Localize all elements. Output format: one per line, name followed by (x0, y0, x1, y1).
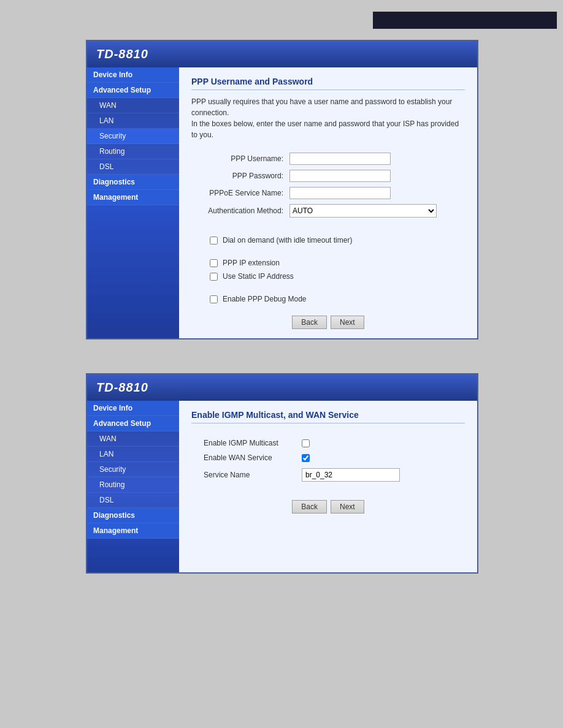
panel2-sidebar: Device Info Advanced Setup WAN LAN Secur… (87, 401, 179, 572)
panel1-sidebar: Device Info Advanced Setup WAN LAN Secur… (87, 67, 179, 338)
p2-sidebar-item-management[interactable]: Management (87, 523, 179, 539)
sidebar-item-advanced-setup[interactable]: Advanced Setup (87, 83, 179, 98)
static-ip-row: Use Static IP Address (210, 272, 465, 281)
ppp-debug-checkbox[interactable] (210, 295, 218, 303)
ppp-debug-row: Enable PPP Debug Mode (210, 295, 465, 303)
panel1-desc-line1: PPP usually requires that you have a use… (191, 97, 452, 117)
panel1-body: Device Info Advanced Setup WAN LAN Secur… (87, 67, 477, 338)
p2-sidebar-item-device-info[interactable]: Device Info (87, 401, 179, 416)
ppp-debug-label: Enable PPP Debug Mode (223, 295, 307, 303)
bottom-spacer (0, 589, 563, 638)
wan-service-label: Enable WAN Service (204, 453, 302, 462)
dial-demand-label: Dial on demand (with idle timeout timer) (223, 236, 352, 245)
panel1-description: PPP usually requires that you have a use… (191, 96, 465, 140)
p2-sidebar-item-routing[interactable]: Routing (87, 477, 179, 493)
panel1: TD-8810 Device Info Advanced Setup WAN L… (86, 40, 478, 339)
sidebar-item-device-info[interactable]: Device Info (87, 67, 179, 83)
service-name-label: Service Name (204, 471, 302, 479)
panel2-body: Device Info Advanced Setup WAN LAN Secur… (87, 401, 477, 572)
panel2-back-button[interactable]: Back (292, 500, 327, 514)
sidebar-item-dsl[interactable]: DSL (87, 159, 179, 175)
igmp-multicast-label: Enable IGMP Multicast (204, 439, 302, 447)
p2-sidebar-item-diagnostics[interactable]: Diagnostics (87, 508, 179, 523)
service-name-input[interactable] (302, 468, 400, 482)
igmp-multicast-row: Enable IGMP Multicast (204, 439, 465, 447)
p2-sidebar-item-lan[interactable]: LAN (87, 447, 179, 462)
panel2-next-button[interactable]: Next (331, 500, 364, 514)
p2-sidebar-item-advanced-setup[interactable]: Advanced Setup (87, 416, 179, 431)
sidebar-item-diagnostics[interactable]: Diagnostics (87, 175, 179, 190)
panel2: TD-8810 Device Info Advanced Setup WAN L… (86, 373, 478, 574)
wan-service-checkbox[interactable] (302, 454, 310, 462)
sidebar-item-lan[interactable]: LAN (87, 113, 179, 129)
sidebar-item-security[interactable]: Security (87, 129, 179, 144)
ppp-password-input[interactable] (289, 170, 391, 182)
pppoe-service-row: PPPoE Service Name: (191, 187, 465, 199)
panel2-page-title: Enable IGMP Multicast, and WAN Service (191, 410, 465, 423)
igmp-multicast-checkbox[interactable] (302, 439, 310, 447)
sidebar-item-routing[interactable]: Routing (87, 144, 179, 159)
pppoe-service-label: PPPoE Service Name: (191, 189, 289, 197)
p2-sidebar-item-dsl[interactable]: DSL (87, 493, 179, 508)
panel1-header: TD-8810 (87, 41, 477, 67)
ppp-password-label: PPP Password: (191, 172, 289, 180)
auth-method-select[interactable]: AUTO PAP CHAP MS-CHAP (289, 204, 437, 218)
ppp-username-input[interactable] (289, 153, 391, 165)
spacer (0, 355, 563, 373)
sidebar-item-wan[interactable]: WAN (87, 98, 179, 113)
static-ip-checkbox[interactable] (210, 273, 218, 281)
dial-demand-checkbox[interactable] (210, 237, 218, 245)
ppp-ip-ext-row: PPP IP extension (210, 259, 465, 267)
top-bar-right-block (373, 12, 557, 29)
ppp-username-label: PPP Username: (191, 154, 289, 163)
panel1-page-title: PPP Username and Password (191, 77, 465, 90)
panel1-button-row: Back Next (191, 316, 465, 329)
panel1-back-button[interactable]: Back (292, 316, 327, 329)
service-name-row: Service Name (204, 468, 465, 482)
ppp-ip-ext-label: PPP IP extension (223, 259, 280, 267)
panel1-form-section: PPP Username: PPP Password: PPPoE Servic… (191, 153, 465, 218)
auth-method-row: Authentication Method: AUTO PAP CHAP MS-… (191, 204, 465, 218)
sidebar-item-management[interactable]: Management (87, 190, 179, 205)
ppp-username-row: PPP Username: (191, 153, 465, 165)
panel1-next-button[interactable]: Next (331, 316, 364, 329)
auth-method-label: Authentication Method: (191, 207, 289, 215)
top-bar (0, 0, 563, 40)
wan-service-row: Enable WAN Service (204, 453, 465, 462)
ppp-password-row: PPP Password: (191, 170, 465, 182)
p2-sidebar-item-wan[interactable]: WAN (87, 431, 179, 447)
panel2-main-content: Enable IGMP Multicast, and WAN Service E… (179, 401, 477, 572)
panel2-header: TD-8810 (87, 374, 477, 401)
dial-demand-row: Dial on demand (with idle timeout timer) (210, 236, 465, 245)
panel1-wrapper: TD-8810 Device Info Advanced Setup WAN L… (0, 40, 563, 352)
panel2-logo: TD-8810 (96, 381, 148, 395)
pppoe-service-input[interactable] (289, 187, 391, 199)
static-ip-label: Use Static IP Address (223, 272, 294, 281)
ppp-ip-ext-checkbox[interactable] (210, 259, 218, 267)
panel1-logo: TD-8810 (96, 47, 148, 61)
panel2-wrapper: TD-8810 Device Info Advanced Setup WAN L… (0, 373, 563, 586)
panel1-main-content: PPP Username and Password PPP usually re… (179, 67, 477, 338)
panel2-button-row: Back Next (191, 500, 465, 514)
panel1-desc-line2: In the boxes below, enter the user name … (191, 119, 459, 139)
p2-sidebar-item-security[interactable]: Security (87, 462, 179, 477)
